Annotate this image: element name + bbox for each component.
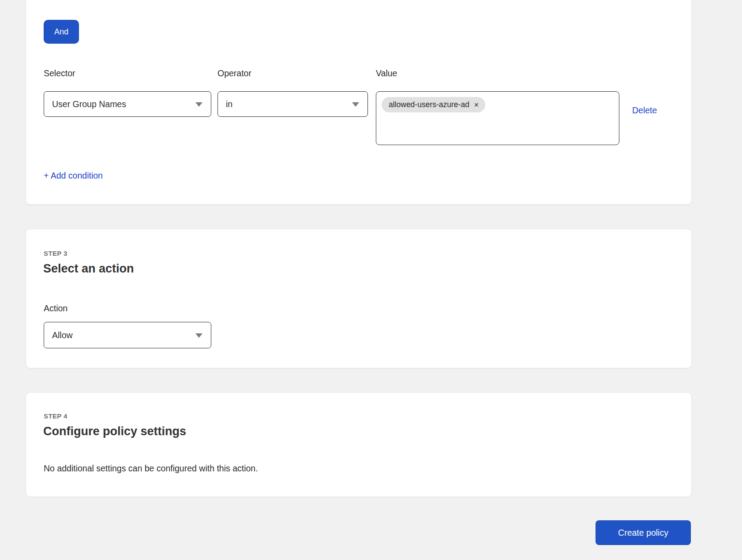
selector-dropdown[interactable]: User Group Names: [44, 91, 211, 117]
value-tag: allowed-users-azure-ad ✕: [382, 97, 485, 112]
remove-tag-icon[interactable]: ✕: [474, 102, 479, 108]
and-button[interactable]: And: [44, 20, 79, 44]
step3-card: STEP 3 Select an action Action Allow: [26, 229, 692, 368]
step3-label: STEP 3: [44, 250, 67, 257]
operator-dropdown-value: in: [226, 99, 232, 109]
operator-dropdown[interactable]: in: [217, 91, 368, 117]
action-dropdown-value: Allow: [52, 330, 73, 340]
step3-title: Select an action: [43, 262, 134, 276]
delete-condition-link[interactable]: Delete: [632, 105, 657, 116]
action-dropdown[interactable]: Allow: [44, 322, 211, 348]
step4-card: STEP 4 Configure policy settings No addi…: [26, 392, 692, 497]
selector-label: Selector: [44, 68, 75, 78]
chevron-down-icon: [352, 102, 359, 107]
policy-builder-page: { "colors": { "accent_blue": "#2053c5", …: [0, 0, 742, 560]
chevron-down-icon: [195, 333, 202, 338]
step4-title: Configure policy settings: [43, 425, 186, 438]
value-tag-text: allowed-users-azure-ad: [389, 100, 469, 109]
chevron-down-icon: [195, 102, 202, 107]
operator-label: Operator: [217, 68, 251, 78]
value-label: Value: [376, 68, 397, 78]
value-tag-input[interactable]: allowed-users-azure-ad ✕: [376, 91, 619, 145]
step4-description: No additional settings can be configured…: [44, 463, 258, 474]
step4-label: STEP 4: [44, 412, 67, 420]
condition-builder-card: And Selector Operator Value User Group N…: [26, 0, 692, 205]
create-policy-button[interactable]: Create policy: [596, 520, 691, 545]
action-label: Action: [44, 303, 67, 314]
add-condition-link[interactable]: + Add condition: [44, 171, 103, 181]
selector-dropdown-value: User Group Names: [52, 99, 126, 109]
